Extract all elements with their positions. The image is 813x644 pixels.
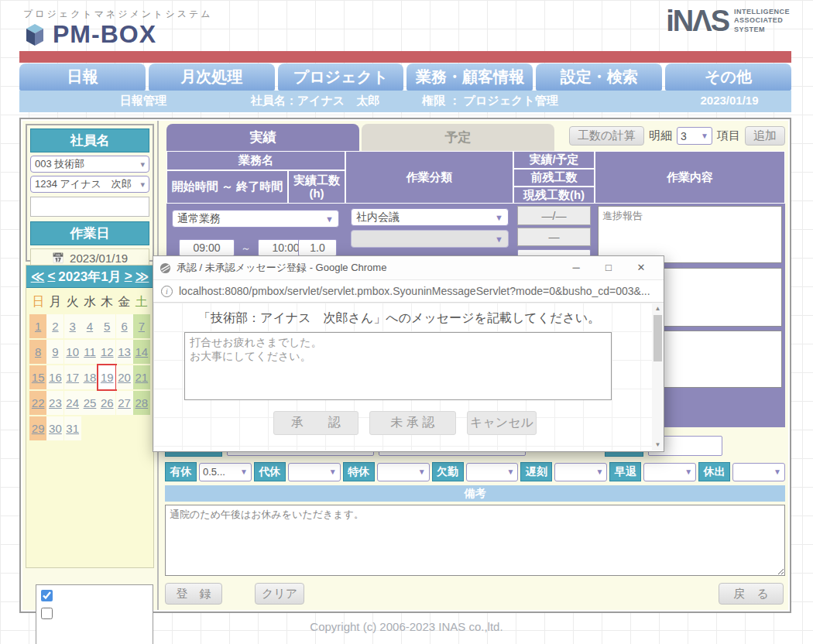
nav-item-5[interactable]: その他 [665,63,791,91]
calendar-date-20[interactable]: 20 [116,365,133,389]
attendance-select-2[interactable]: ▼ [377,463,430,481]
calendar-prev-month-link[interactable]: < [47,269,55,284]
calendar-date-21[interactable]: 21 [133,365,150,389]
calendar-date-3[interactable]: 3 [64,314,81,338]
calendar-date-4[interactable]: 4 [81,314,98,338]
calendar-date-31[interactable]: 31 [64,416,81,440]
add-item-button[interactable]: 追加 [745,126,785,146]
scroll-down-icon[interactable]: ▼ [652,439,664,450]
calendar-date-19[interactable]: 19 [98,365,115,389]
approval-checkbox-2[interactable] [41,608,53,619]
calendar-date-1[interactable]: 1 [29,314,46,338]
chevron-down-icon: ▼ [507,468,515,476]
tab-planned[interactable]: 予定 [362,124,554,151]
maximize-button[interactable]: □ [592,256,625,279]
calendar-date-25[interactable]: 25 [81,391,98,415]
remarks-textarea[interactable]: 通院のため午後はお休みをいただきます。 [165,505,785,576]
calendar-date-10[interactable]: 10 [64,340,81,364]
attendance-select-5[interactable]: ▼ [643,463,696,481]
main-nav: 日報月次処理プロジェクト業務・顧客情報設定・検索その他 [19,63,791,91]
info-icon[interactable]: i [161,286,173,297]
calendar-date-28[interactable]: 28 [133,391,150,415]
approval-checkbox-1[interactable] [41,590,53,601]
work-category-select[interactable]: 社内会議▼ [351,208,509,226]
calendar-date-18[interactable]: 18 [81,365,98,389]
calendar-date-15[interactable]: 15 [29,365,46,389]
work-detail-textarea-1[interactable]: 進捗報告 [598,206,782,263]
header-actual-planned: 実績/予定 [513,151,595,169]
nav-item-4[interactable]: 設定・検索 [536,63,662,91]
calendar-date-29[interactable]: 29 [29,416,46,440]
message-textarea[interactable]: 打合せお疲れさまでした。 お大事にしてください。 [184,332,612,400]
department-select[interactable]: 003 技術部▾ [30,156,149,173]
dialog-url[interactable]: localhost:8080/pmbox/servlet/servlet.pmb… [179,285,650,297]
calendar-date-27[interactable]: 27 [116,391,133,415]
calendar-next-year-link[interactable]: ≫ [136,269,149,285]
employee-box: 社員名 003 技術部▾ 1234 アイナス 次郎▾ 作業日 📅 2023/01… [26,124,154,262]
calendar-day-name: 水 [81,294,98,310]
calendar: ≪ < 2023年1月 > ≫ 日月火水木金土 1234567891011121… [26,265,154,568]
attendance-select-6[interactable]: ▼ [732,463,785,481]
task-type-select[interactable]: 通常業務▼ [172,210,339,228]
nav-item-0[interactable]: 日報 [19,63,146,91]
calendar-date-17[interactable]: 17 [64,365,81,389]
employee-select[interactable]: 1234 アイナス 次郎▾ [30,176,149,193]
actual-hours-input[interactable] [298,239,337,256]
calendar-date-11[interactable]: 11 [81,340,98,364]
nav-item-2[interactable]: プロジェクト [278,63,404,91]
scrollbar-thumb[interactable] [653,315,662,361]
work-subcategory-select[interactable]: ▼ [351,230,509,248]
calendar-prev-year-link[interactable]: ≪ [31,269,45,285]
calendar-date-7[interactable]: 7 [133,314,150,338]
close-button[interactable]: ✕ [625,256,657,279]
calendar-date-5[interactable]: 5 [98,314,115,338]
detail-count-select[interactable]: 3▼ [677,127,712,145]
calc-hours-button[interactable]: 工数の計算 [569,126,644,146]
calendar-date-2[interactable]: 2 [46,314,63,338]
chevron-down-icon: ▼ [418,468,426,476]
back-button[interactable]: 戻 る [719,583,784,605]
pmbox-logo: PM-BOX [23,20,156,49]
register-button[interactable]: 登 録 [165,583,222,605]
calendar-icon[interactable]: 📅 [52,252,64,264]
calendar-date-6[interactable]: 6 [116,314,133,338]
calendar-empty-cell [98,416,115,440]
attendance-select-3[interactable]: ▼ [466,463,519,481]
pmbox-cube-icon [23,22,46,47]
attendance-select-1[interactable]: ▼ [288,463,341,481]
cancel-button[interactable]: キャンセル [467,411,537,435]
calendar-next-month-link[interactable]: > [125,269,132,284]
nav-item-3[interactable]: 業務・顧客情報 [406,63,533,91]
sidebar: 社員名 003 技術部▾ 1234 アイナス 次郎▾ 作業日 📅 2023/01… [22,121,159,610]
calendar-date-23[interactable]: 23 [46,391,63,415]
attendance-select-4[interactable]: ▼ [554,463,607,481]
copyright: Copyright (c) 2006-2023 INAS co.,ltd. [0,620,813,633]
attendance-select-0[interactable]: 0.5...▼ [199,463,252,481]
scroll-up-icon[interactable]: ▲ [652,303,664,314]
reject-button[interactable]: 未 承 認 [369,411,456,435]
calendar-date-8[interactable]: 8 [29,340,46,364]
prev-remaining-cell: ― [517,228,591,246]
calendar-date-14[interactable]: 14 [133,340,150,364]
header-time-range: 開始時間 ～ 終了時間 [166,170,288,204]
calendar-date-13[interactable]: 13 [116,340,133,364]
calendar-date-26[interactable]: 26 [98,391,115,415]
tab-actual[interactable]: 実績 [166,124,359,151]
calendar-date-9[interactable]: 9 [46,340,63,364]
header-work-detail: 作業内容 [595,151,785,204]
minimize-button[interactable]: ─ [560,256,592,279]
calendar-day-name: 金 [116,294,132,310]
dialog-titlebar[interactable]: 承認 / 未承認メッセージ登録 - Google Chrome ─ □ ✕ [153,256,664,280]
system-label: プロジェクトマネジメントシステム [23,8,213,21]
dialog-scrollbar[interactable]: ▲ ▼ [652,303,664,450]
calendar-date-24[interactable]: 24 [64,391,81,415]
approve-button[interactable]: 承 認 [273,411,358,435]
calendar-date-16[interactable]: 16 [46,365,63,389]
calendar-date-22[interactable]: 22 [29,391,46,415]
header-task-name: 業務名 [166,151,345,170]
calendar-date-12[interactable]: 12 [98,340,115,364]
start-time-input[interactable] [179,239,235,256]
nav-item-1[interactable]: 月次処理 [149,63,275,91]
calendar-date-30[interactable]: 30 [46,416,63,440]
clear-button[interactable]: クリア [255,583,304,605]
